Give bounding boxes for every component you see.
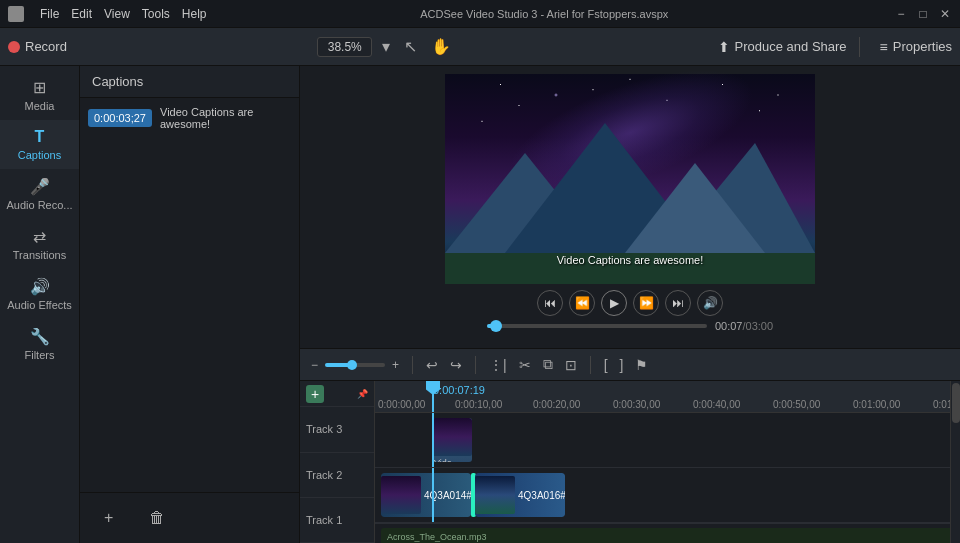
menu-file[interactable]: File <box>40 7 59 21</box>
track3-header: Track 3 <box>300 407 374 452</box>
mark-in-button[interactable]: [ <box>601 355 611 375</box>
record-button[interactable]: Record <box>8 39 67 54</box>
mic-icon: 🎤 <box>30 177 50 196</box>
sidebar-item-media[interactable]: ⊞ Media <box>0 70 79 120</box>
track-pin-icon: 📌 <box>357 389 368 399</box>
toolbar-separator-3 <box>590 356 591 374</box>
cut-button[interactable]: ✂ <box>516 355 534 375</box>
sidebar-item-audio-rec[interactable]: 🎤 Audio Reco... <box>0 169 79 219</box>
audio-clip-label: Across_The_Ocean.mp3 <box>383 530 491 543</box>
zoom-slider[interactable] <box>325 363 385 367</box>
track3-thumb <box>432 418 472 456</box>
track3-bg[interactable]: Vide... <box>375 413 950 467</box>
sidebar-item-filters[interactable]: 🔧 Filters <box>0 319 79 369</box>
menu-view[interactable]: View <box>104 7 130 21</box>
skip-back-button[interactable]: ⏮ <box>537 290 563 316</box>
redo-button[interactable]: ↪ <box>447 355 465 375</box>
track-headers: + 📌 Track 3 Track 2 Track 1 <box>300 381 375 543</box>
zoom-value-display[interactable]: 38.5% <box>317 37 372 57</box>
caption-time[interactable]: 0:00:03;27 <box>88 109 152 127</box>
paste-button[interactable]: ⊡ <box>562 355 580 375</box>
sidebar-filters-label: Filters <box>25 349 55 361</box>
sidebar-item-audio-effects[interactable]: 🔊 Audio Effects <box>0 269 79 319</box>
timeline-toolbar: − + ↩ ↪ ⋮| ✂ ⧉ ⊡ [ ] ⚑ <box>300 349 960 381</box>
title-bar: File Edit View Tools Help ACDSee Video S… <box>0 0 960 28</box>
track2-clip1[interactable]: 4Q3A014# <box>381 473 471 517</box>
captions-footer: + 🗑 <box>80 492 299 543</box>
scrollbar-thumb[interactable] <box>952 383 960 423</box>
ruler-mark-4: 0:00:40,00 <box>693 399 740 410</box>
track3-row: Vide... <box>375 413 950 468</box>
ruler-mark-6: 0:01:00,00 <box>853 399 900 410</box>
delete-caption-button[interactable]: 🗑 <box>137 501 177 535</box>
menu-help[interactable]: Help <box>182 7 207 21</box>
properties-label: Properties <box>893 39 952 54</box>
ruler-mark-0: 0:00:00,00 <box>378 399 425 410</box>
track3-clip[interactable]: Vide... <box>432 418 472 462</box>
audio-button[interactable]: 🔊 <box>697 290 723 316</box>
progress-handle[interactable] <box>490 320 502 332</box>
ruler-mark-5: 0:00:50,00 <box>773 399 820 410</box>
track2-clip2[interactable]: 4Q3A016# <box>475 473 565 517</box>
skip-forward-button[interactable]: ⏭ <box>665 290 691 316</box>
copy-button[interactable]: ⧉ <box>540 354 556 375</box>
ruler-header: + 📌 <box>300 381 374 407</box>
track-content: 0:00:07:19 0:00:00,00 0:00:10,00 0:00:20… <box>375 381 950 543</box>
track1-label: Track 1 <box>306 514 342 526</box>
captions-icon: T <box>35 128 45 146</box>
properties-button[interactable]: ≡ Properties <box>880 39 952 55</box>
left-panel: ⊞ Media T Captions 🎤 Audio Reco... ⇄ Tra… <box>0 66 80 543</box>
media-icon: ⊞ <box>33 78 46 97</box>
playhead-line-track2 <box>432 468 434 522</box>
undo-button[interactable]: ↩ <box>423 355 441 375</box>
zoom-in-icon[interactable]: + <box>389 356 402 374</box>
step-forward-button[interactable]: ⏩ <box>633 290 659 316</box>
video-preview: Video Captions are awesome! <box>445 74 815 284</box>
track2-label: Track 2 <box>306 469 342 481</box>
sidebar-captions-label: Captions <box>18 149 61 161</box>
play-button[interactable]: ▶ <box>601 290 627 316</box>
pointer-tool-button[interactable]: ↖ <box>400 35 421 58</box>
track2-row: 4Q3A014# 4Q3A016# <box>375 468 950 523</box>
menu-edit[interactable]: Edit <box>71 7 92 21</box>
menu-tools[interactable]: Tools <box>142 7 170 21</box>
track1-header: Track 1 <box>300 498 374 543</box>
sidebar-item-transitions[interactable]: ⇄ Transitions <box>0 219 79 269</box>
zoom-slider-handle <box>347 360 357 370</box>
sidebar-audiorec-label: Audio Reco... <box>6 199 72 211</box>
vertical-scrollbar[interactable] <box>950 381 960 543</box>
captions-panel-header: Captions <box>80 66 299 98</box>
transport-controls: ⏮ ⏪ ▶ ⏩ ⏭ 🔊 <box>537 290 723 316</box>
ruler-mark-2: 0:00:20,00 <box>533 399 580 410</box>
clip1-thumb <box>381 476 421 514</box>
add-caption-button[interactable]: + <box>92 501 125 535</box>
record-dot-icon <box>8 41 20 53</box>
audio-effects-icon: 🔊 <box>30 277 50 296</box>
total-time: 03:00 <box>746 320 774 332</box>
ruler-mark-3: 0:00:30,00 <box>613 399 660 410</box>
progress-track[interactable] <box>487 324 707 328</box>
track1-audio-clip[interactable]: Across_The_Ocean.mp3 <box>381 528 950 543</box>
sidebar-item-captions[interactable]: T Captions <box>0 120 79 169</box>
step-back-button[interactable]: ⏪ <box>569 290 595 316</box>
menu-bar: File Edit View Tools Help <box>40 7 207 21</box>
zoom-out-icon[interactable]: − <box>308 356 321 374</box>
flag-button[interactable]: ⚑ <box>632 355 651 375</box>
video-background: Video Captions are awesome! <box>445 74 815 284</box>
close-button[interactable]: ✕ <box>938 7 952 21</box>
track3-clip-label: Vide... <box>432 456 472 462</box>
add-track-button[interactable]: + <box>306 385 324 403</box>
time-ruler[interactable]: 0:00:07:19 0:00:00,00 0:00:10,00 0:00:20… <box>375 381 950 413</box>
record-label: Record <box>25 39 67 54</box>
current-time: 00:07 <box>715 320 743 332</box>
ripple-button[interactable]: ⋮| <box>486 355 510 375</box>
track2-bg[interactable]: 4Q3A014# 4Q3A016# <box>375 468 950 522</box>
content-area: Video Captions are awesome! ⏮ ⏪ ▶ ⏩ ⏭ 🔊 <box>300 66 960 543</box>
caption-text: Video Captions are awesome! <box>160 106 291 130</box>
preview-area: Video Captions are awesome! ⏮ ⏪ ▶ ⏩ ⏭ 🔊 <box>300 66 960 348</box>
hand-tool-button[interactable]: ✋ <box>427 35 455 58</box>
minimize-button[interactable]: − <box>894 7 908 21</box>
zoom-dropdown-button[interactable]: ▾ <box>378 35 394 58</box>
mark-out-button[interactable]: ] <box>617 355 627 375</box>
maximize-button[interactable]: □ <box>916 7 930 21</box>
